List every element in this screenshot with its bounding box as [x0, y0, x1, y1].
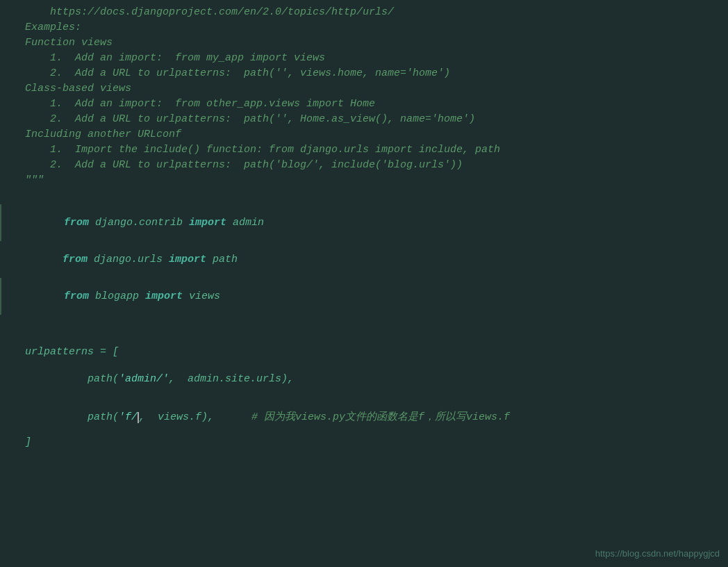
line-content: Examples:	[22, 22, 728, 33]
line-18	[0, 330, 728, 345]
line-16: from blogapp import views	[0, 278, 728, 315]
line-content: urlpatterns = [	[22, 346, 728, 358]
line-content: 2. Add a URL to urlpatterns: path('blog/…	[22, 159, 728, 171]
line-content: Function views	[22, 37, 728, 49]
line-3: Function views	[0, 36, 728, 51]
line-content: Including another URLconf	[22, 129, 728, 140]
line-20: path('admin/', admin.site.urls),	[0, 361, 728, 397]
line-content: 2. Add a URL to urlpatterns: path('', vi…	[22, 67, 728, 79]
code-editor: https://docs.djangoproject.com/en/2.0/to…	[0, 0, 728, 567]
watermark: https://blog.csdn.net/happygjcd	[595, 548, 720, 559]
line-19: urlpatterns = [	[0, 345, 728, 361]
line-13	[0, 189, 728, 204]
line-11: 2. Add a URL to urlpatterns: path('blog/…	[0, 158, 728, 174]
line-content: 1. Add an import: from other_app.views i…	[22, 98, 728, 110]
line-content: path('admin/', admin.site.urls),	[22, 361, 728, 397]
line-content: 2. Add a URL to urlpatterns: path('', Ho…	[22, 113, 728, 125]
line-15: from django.urls import path	[0, 241, 728, 278]
line-content: from blogapp import views	[24, 279, 728, 314]
line-12: """	[0, 174, 728, 189]
line-6: Class-based views	[0, 82, 728, 97]
line-content: 1. Import the include() function: from d…	[22, 144, 728, 156]
line-17	[0, 315, 728, 330]
line-2: Examples:	[0, 21, 728, 36]
line-content: path('f/, views.f), # 因为我views.py文件的函数名是…	[22, 398, 728, 435]
line-1: https://docs.djangoproject.com/en/2.0/to…	[0, 6, 728, 21]
line-8: 2. Add a URL to urlpatterns: path('', Ho…	[0, 113, 728, 128]
line-content: """	[22, 174, 728, 186]
line-content: ]	[22, 436, 728, 448]
line-9: Including another URLconf	[0, 128, 728, 143]
line-content: https://docs.djangoproject.com/en/2.0/to…	[22, 6, 728, 18]
line-4: 1. Add an import: from my_app import vie…	[0, 51, 728, 67]
line-content: 1. Add an import: from my_app import vie…	[22, 52, 728, 64]
line-content: from django.urls import path	[22, 242, 728, 277]
line-21: path('f/, views.f), # 因为我views.py文件的函数名是…	[0, 397, 728, 436]
line-content: from django.contrib import admin	[24, 205, 728, 240]
line-10: 1. Import the include() function: from d…	[0, 143, 728, 158]
line-14: from django.contrib import admin	[0, 204, 728, 241]
line-22: ]	[0, 436, 728, 451]
line-content: Class-based views	[22, 83, 728, 94]
line-5: 2. Add a URL to urlpatterns: path('', vi…	[0, 67, 728, 82]
line-7: 1. Add an import: from other_app.views i…	[0, 97, 728, 113]
